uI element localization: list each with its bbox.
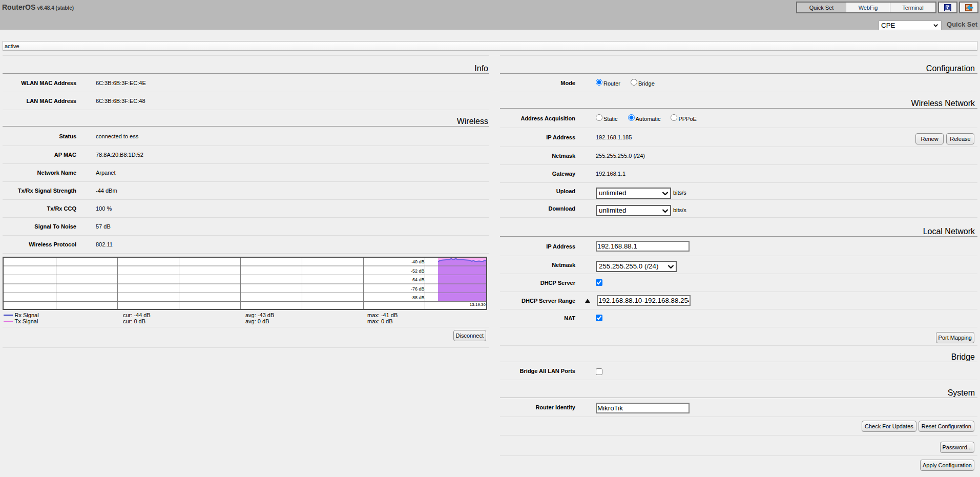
svg-text:-64 dB: -64 dB (411, 277, 425, 282)
svg-text:13:19:30: 13:19:30 (470, 302, 486, 307)
svg-text:-88 dB: -88 dB (411, 295, 425, 300)
svg-text:-40 dB: -40 dB (411, 259, 425, 264)
svg-text:-76 dB: -76 dB (411, 286, 425, 292)
svg-text:-52 dB: -52 dB (411, 268, 425, 274)
